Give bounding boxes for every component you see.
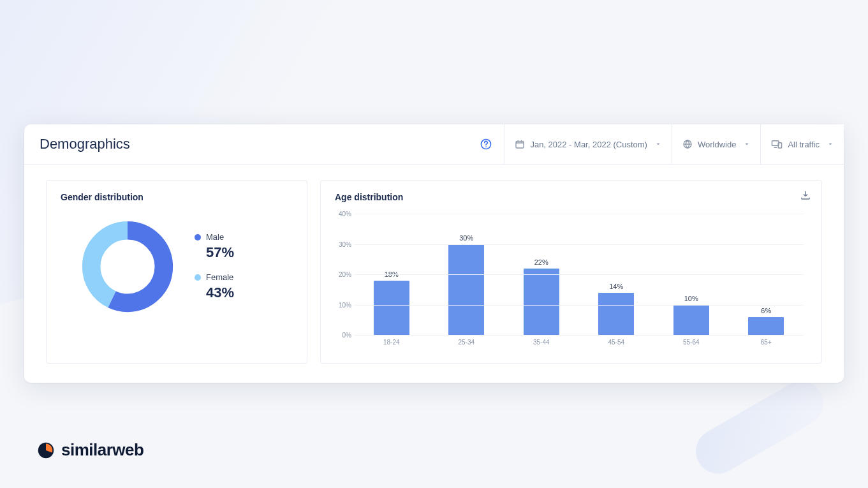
- x-tick-label: 25-34: [458, 339, 474, 346]
- y-tick-label: 40%: [334, 211, 351, 218]
- traffic-label: All traffic: [788, 140, 820, 149]
- bar-value-label: 22%: [534, 258, 548, 266]
- bar: [673, 305, 709, 336]
- bar: [598, 293, 634, 336]
- bar-column: 30%: [448, 234, 484, 336]
- panel-header: Demographics Jan, 2: [24, 124, 844, 165]
- x-tick-label: 35-44: [533, 339, 550, 346]
- date-range-selector[interactable]: Jan, 2022 - Mar, 2022 (Custom): [504, 124, 672, 164]
- x-tick-label: 65+: [761, 339, 772, 346]
- legend-label-female: Female: [206, 272, 233, 282]
- svg-point-1: [486, 146, 487, 147]
- legend-value-female: 43%: [195, 285, 234, 301]
- gender-donut-chart: [80, 219, 175, 314]
- calendar-icon: [515, 139, 525, 149]
- chevron-down-icon: [744, 141, 750, 147]
- page-title: Demographics: [24, 124, 468, 164]
- gridline: [354, 244, 804, 245]
- bar: [748, 317, 784, 336]
- age-bar-chart: 18%30%22%14%10%6% 0%10%20%30%40%: [354, 214, 804, 335]
- logo-icon: [37, 441, 55, 459]
- gridline: [354, 305, 804, 306]
- y-tick-label: 10%: [334, 301, 351, 308]
- legend-row-male: Male 57%: [195, 232, 234, 261]
- download-button[interactable]: [800, 189, 811, 203]
- bar: [374, 281, 409, 336]
- y-tick-label: 20%: [334, 271, 351, 278]
- legend-row-female: Female 43%: [195, 272, 234, 301]
- age-distribution-card: Age distribution 18%30%22%14%10%6% 0%10%…: [320, 180, 822, 364]
- legend-dot-female: [195, 274, 201, 281]
- legend-label-male: Male: [206, 232, 224, 242]
- background-pill: [688, 373, 832, 482]
- chevron-down-icon: [655, 141, 661, 147]
- region-label: Worldwide: [698, 140, 736, 149]
- traffic-selector[interactable]: All traffic: [760, 124, 844, 164]
- bar-value-label: 6%: [761, 307, 771, 314]
- panel-body: Gender distribution Male 57%: [24, 165, 844, 383]
- similarweb-logo: similarweb: [37, 440, 143, 460]
- gender-body: Male 57% Female 43%: [61, 214, 293, 321]
- header-controls: Jan, 2022 - Mar, 2022 (Custom) Worldwide: [468, 124, 844, 164]
- help-icon: [480, 138, 492, 151]
- bar-value-label: 14%: [609, 283, 623, 290]
- bar-value-label: 30%: [459, 234, 473, 242]
- svg-rect-4: [772, 141, 779, 146]
- bar-column: 14%: [598, 283, 634, 336]
- chevron-down-icon: [827, 141, 834, 147]
- gridline: [354, 274, 804, 275]
- svg-rect-2: [516, 141, 524, 148]
- devices-icon: [771, 139, 783, 149]
- date-range-label: Jan, 2022 - Mar, 2022 (Custom): [530, 140, 647, 149]
- gridline: [354, 214, 804, 214]
- card-title: Gender distribution: [61, 192, 293, 202]
- gender-legend: Male 57% Female 43%: [195, 232, 234, 301]
- bar: [524, 269, 559, 336]
- card-title: Age distribution: [335, 192, 807, 202]
- x-tick-label: 45-54: [608, 339, 624, 346]
- bar-column: 6%: [748, 307, 784, 336]
- bar-column: 22%: [524, 258, 559, 336]
- logo-text: similarweb: [61, 440, 143, 460]
- legend-dot-male: [195, 234, 201, 240]
- y-tick-label: 0%: [334, 332, 351, 339]
- bar-value-label: 10%: [684, 295, 698, 302]
- bar-column: 18%: [374, 270, 409, 336]
- region-selector[interactable]: Worldwide: [672, 124, 760, 164]
- globe-icon: [682, 139, 693, 149]
- chart-x-axis: 18-2425-3435-4445-5455-6465+: [354, 335, 804, 349]
- legend-value-male: 57%: [195, 244, 234, 261]
- x-tick-label: 18-24: [383, 339, 400, 346]
- bar: [448, 244, 484, 336]
- help-button[interactable]: [468, 124, 504, 164]
- x-tick-label: 55-64: [683, 339, 700, 346]
- gender-distribution-card: Gender distribution Male 57%: [46, 180, 307, 364]
- demographics-panel: Demographics Jan, 2: [24, 124, 844, 383]
- y-tick-label: 30%: [334, 240, 351, 248]
- bar-column: 10%: [673, 295, 709, 336]
